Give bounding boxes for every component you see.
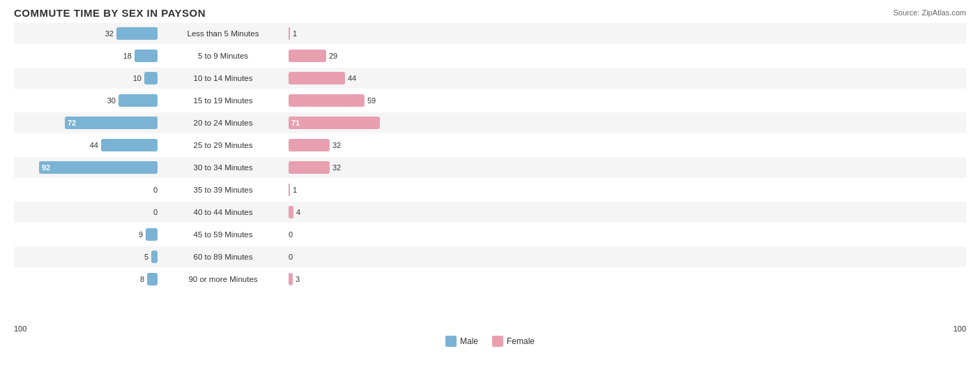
bar-male [101,139,158,151]
bar-male: 92 [39,161,158,174]
female-value-outside: 4 [296,208,300,216]
legend-female-label: Female [507,336,535,346]
male-value-outside: 32 [105,29,114,38]
chart-container: COMMUTE TIME BY SEX IN PAYSON Source: Zi… [0,0,980,365]
chart-area: 32 Less than 5 Minutes 1 18 5 to 9 Minut… [14,23,966,323]
table-row: 0 35 to 39 Minutes 1 [14,179,966,200]
male-value-outside: 18 [123,52,132,60]
row-label: 10 to 14 Minutes [160,74,286,82]
row-label: 90 or more Minutes [160,275,286,283]
bar-male: 72 [65,117,158,129]
male-value-outside: 10 [133,74,141,82]
table-row: 44 25 to 29 Minutes 32 [14,135,966,156]
legend-male-box [445,336,457,347]
male-value-zero: 0 [153,186,158,194]
row-label: 30 to 34 Minutes [160,163,286,172]
table-row: 72 20 to 24 Minutes 71 [14,112,966,133]
row-label: 35 to 39 Minutes [160,186,286,194]
male-value-outside: 8 [140,275,144,283]
bar-male [147,273,158,285]
bar-female [289,184,290,196]
bar-female [289,94,365,107]
row-label: Less than 5 Minutes [160,29,286,38]
row-label: 15 to 19 Minutes [160,96,286,105]
male-value-outside: 9 [139,230,143,239]
source-text: Source: ZipAtlas.com [893,8,966,17]
bar-male [118,94,158,107]
bar-female [289,72,345,84]
bar-female [289,139,330,151]
table-row: 5 60 to 89 Minutes 0 [14,246,966,267]
table-row: 30 15 to 19 Minutes 59 [14,90,966,111]
female-value-outside: 44 [348,74,356,82]
chart-title: COMMUTE TIME BY SEX IN PAYSON [14,7,966,19]
legend-male: Male [445,336,478,347]
male-value-zero: 0 [153,208,158,216]
female-value-outside: 1 [293,29,297,38]
bar-female [289,27,290,40]
male-value-outside: 30 [107,96,116,105]
axis-left: 100 [14,325,26,333]
female-value-outside: 59 [367,96,376,105]
bar-male [146,228,158,241]
bar-female [289,50,326,62]
row-label: 25 to 29 Minutes [160,141,286,149]
table-row: 8 90 or more Minutes 3 [14,269,966,290]
female-value-outside: 3 [296,275,300,283]
table-row: 32 Less than 5 Minutes 1 [14,23,966,44]
row-label: 40 to 44 Minutes [160,208,286,216]
row-label: 45 to 59 Minutes [160,230,286,239]
table-row: 9 45 to 59 Minutes 0 [14,224,966,245]
legend-male-label: Male [460,336,478,346]
male-value-outside: 5 [144,253,148,261]
table-row: 18 5 to 9 Minutes 29 [14,45,966,66]
table-row: 0 40 to 44 Minutes 4 [14,202,966,223]
table-row: 10 10 to 14 Minutes 44 [14,68,966,89]
bar-male [116,27,158,40]
table-row: 92 30 to 34 Minutes 32 [14,157,966,178]
row-label: 5 to 9 Minutes [160,52,286,60]
row-label: 60 to 89 Minutes [160,253,286,261]
bar-male [151,251,158,263]
bar-male [144,72,158,84]
legend-female: Female [492,336,535,347]
bar-female [289,273,293,285]
female-value-outside: 32 [332,163,341,172]
female-value-zero: 0 [289,230,293,239]
axis-labels: 100 100 [14,325,966,333]
bar-female-value: 71 [289,119,303,127]
legend-female-box [492,336,503,347]
bar-male-value: 72 [65,119,79,127]
female-value-outside: 1 [293,186,297,194]
row-label: 20 to 24 Minutes [160,119,286,127]
bar-female [289,206,293,218]
legend: Male Female [14,336,966,347]
bar-male [135,50,158,62]
female-value-outside: 32 [332,141,341,149]
male-value-outside: 44 [90,141,98,149]
bar-female [289,161,330,174]
female-value-outside: 29 [329,52,337,60]
female-value-zero: 0 [289,253,293,261]
axis-right: 100 [954,325,966,333]
bar-female: 71 [289,117,380,129]
bar-male-value: 92 [39,163,53,172]
